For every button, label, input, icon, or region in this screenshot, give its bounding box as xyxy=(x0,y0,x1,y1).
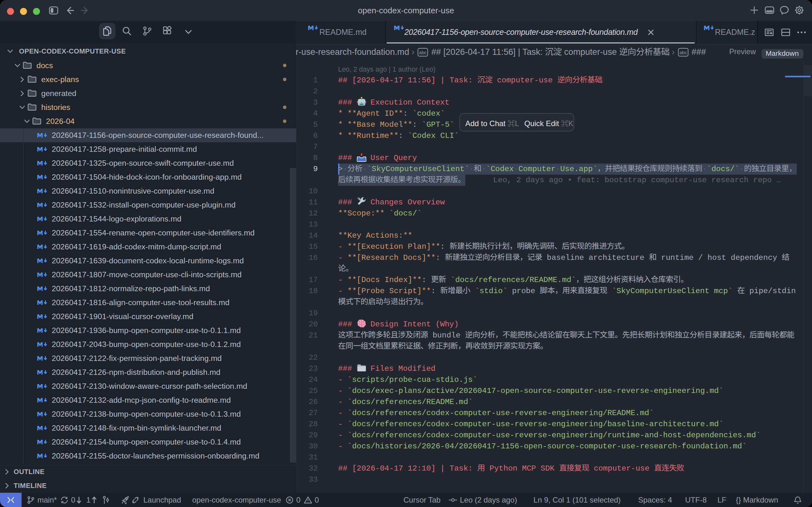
svg-text:abc: abc xyxy=(419,50,427,55)
svg-text:abc: abc xyxy=(679,50,687,55)
